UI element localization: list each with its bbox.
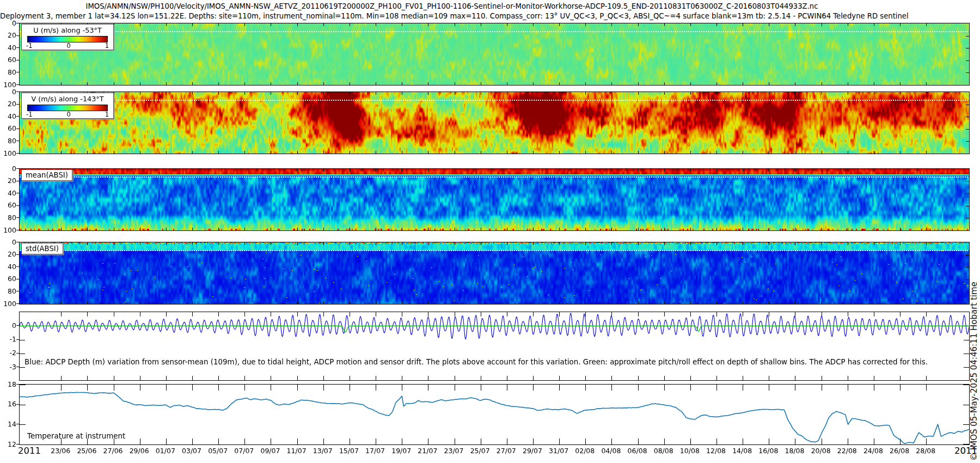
figure-root: IMOS/ANMN/NSW/PH100/Velocity/IMOS_ANMN-N…	[0, 0, 980, 463]
y-tick-mark	[16, 153, 19, 154]
panel-u-velocity	[19, 23, 970, 86]
y-tick-label: 100	[1, 149, 16, 157]
colorbar-u-ticks: -1 0 1	[22, 42, 113, 50]
legend-v-title: V (m/s) along -143°T	[22, 95, 113, 103]
y-tick-mark	[16, 217, 19, 218]
y-tick-label: 20	[1, 250, 16, 258]
y-tick-label: 14	[1, 420, 16, 428]
y-tick-label: 20	[1, 31, 16, 39]
y-tick-mark	[16, 72, 19, 72]
y-tick-mark	[16, 104, 19, 105]
title-line-2: Deployment 3, member 1 lat=34.12S lon=15…	[0, 11, 904, 21]
y-tick-label: 0	[1, 238, 16, 246]
y-tick-label: 0	[1, 321, 16, 330]
y-tick-mark	[16, 141, 19, 141]
y-tick-mark	[16, 168, 19, 169]
y-tick-label: -2	[1, 349, 16, 357]
y-tick-mark	[16, 384, 19, 385]
y-tick-mark	[16, 92, 19, 92]
panel-v-velocity	[19, 92, 970, 154]
figure-titles: IMOS/ANMN/NSW/PH100/Velocity/IMOS_ANMN-N…	[0, 2, 904, 21]
y-tick-mark	[16, 60, 19, 60]
y-tick-mark	[16, 129, 19, 129]
y-tick-label: 80	[1, 214, 16, 222]
legend-u-title: U (m/s) along -53°T	[22, 26, 113, 34]
y-tick-label: 60	[1, 275, 16, 283]
y-tick-label: 80	[1, 137, 16, 145]
y-tick-mark	[16, 116, 19, 117]
y-tick-label: 20	[1, 100, 16, 108]
y-tick-label: 80	[1, 68, 16, 76]
y-tick-mark	[16, 353, 19, 354]
y-tick-label: 60	[1, 124, 16, 132]
title-line-1: IMOS/ANMN/NSW/PH100/Velocity/IMOS_ANMN-N…	[0, 2, 904, 11]
y-tick-label: 16	[1, 400, 16, 408]
colorbar-tick: 0	[66, 111, 70, 118]
y-tick-mark	[16, 367, 19, 367]
panel-temperature	[19, 384, 970, 445]
y-tick-label: 0	[1, 165, 16, 173]
y-tick-mark	[16, 444, 19, 444]
y-tick-mark	[16, 266, 19, 267]
y-tick-label: 100	[1, 300, 16, 308]
panel-mean-absi	[19, 168, 970, 231]
y-tick-mark	[16, 242, 19, 242]
std-absi-heatmap	[20, 242, 969, 304]
y-tick-mark	[16, 47, 19, 48]
panel-std-absi	[19, 242, 970, 304]
y-tick-label: 40	[1, 189, 16, 197]
y-tick-mark	[16, 404, 19, 405]
y-tick-mark	[16, 339, 19, 340]
y-tick-label: 80	[1, 287, 16, 295]
y-tick-mark	[16, 279, 19, 279]
y-tick-mark	[16, 424, 19, 424]
temperature-plot	[20, 385, 969, 444]
panel-depth-variation	[19, 312, 970, 381]
y-tick-label: 40	[1, 112, 16, 120]
y-tick-mark	[16, 230, 19, 230]
year-label-left: 2011	[18, 446, 41, 456]
colorbar-tick: -1	[26, 42, 32, 50]
y-tick-label: 12	[1, 440, 16, 448]
depth-variation-plot	[20, 312, 969, 380]
y-tick-mark	[16, 193, 19, 193]
mean-absi-label: mean(ABSI)	[21, 169, 72, 181]
y-tick-label: 60	[1, 56, 16, 64]
y-tick-label: -1	[1, 335, 16, 343]
y-tick-label: 20	[1, 176, 16, 185]
y-tick-label: 18	[1, 380, 16, 388]
imos-watermark: © IMOS 05-May-2025 04:46:11 Hobart time	[970, 220, 978, 461]
mean-absi-heatmap	[20, 169, 969, 230]
y-tick-mark	[16, 303, 19, 304]
colorbar-v-ticks: -1 0 1	[22, 111, 113, 118]
v-velocity-heatmap	[20, 92, 969, 154]
x-tick-label: 28/08	[910, 447, 941, 455]
y-tick-mark	[16, 205, 19, 206]
y-tick-label: 0	[1, 88, 16, 96]
y-tick-mark	[16, 181, 19, 181]
depth-variation-note: Blue: ADCP Depth (m) variation from sens…	[24, 358, 928, 366]
temperature-label: Temperature at instrument	[27, 432, 125, 440]
y-tick-mark	[16, 35, 19, 36]
colorbar-tick: 1	[105, 42, 109, 50]
y-tick-label: 100	[1, 226, 16, 234]
legend-v-velocity: V (m/s) along -143°T -1 0 1	[21, 93, 114, 119]
y-tick-label: 60	[1, 201, 16, 209]
y-tick-label: 40	[1, 263, 16, 271]
y-tick-mark	[16, 84, 19, 85]
colorbar-tick: -1	[26, 111, 32, 118]
y-tick-label: -3	[1, 363, 16, 371]
u-velocity-heatmap	[20, 23, 969, 85]
y-tick-mark	[16, 254, 19, 255]
std-absi-label: std(ABSI)	[21, 243, 63, 254]
y-tick-label: 40	[1, 44, 16, 52]
colorbar-tick: 1	[105, 111, 109, 118]
y-tick-label: 0	[1, 19, 16, 27]
colorbar-tick: 0	[66, 42, 70, 50]
y-tick-mark	[16, 325, 19, 326]
y-tick-mark	[16, 291, 19, 291]
y-tick-mark	[16, 23, 19, 23]
legend-u-velocity: U (m/s) along -53°T -1 0 1	[21, 24, 114, 50]
